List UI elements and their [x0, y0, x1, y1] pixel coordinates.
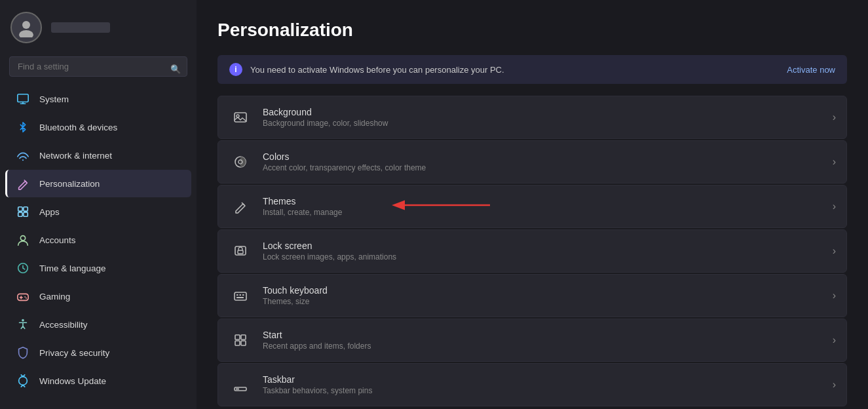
username-bar: [51, 22, 110, 33]
sidebar-item-time[interactable]: Time & language: [5, 254, 191, 282]
settings-taskbar-subtitle: Taskbar behaviors, system pins: [263, 386, 372, 395]
nav-list: SystemBluetooth & devicesNetwork & inter…: [0, 85, 197, 395]
personalization-icon: [16, 176, 30, 191]
settings-touchkeyboard-title: Touch keyboard: [263, 285, 328, 296]
sidebar-item-apps[interactable]: Apps: [5, 198, 191, 225]
settings-item-colors[interactable]: ColorsAccent color, transparency effects…: [217, 140, 847, 184]
sidebar-item-privacy[interactable]: Privacy & security: [5, 339, 191, 366]
svg-point-3: [22, 159, 24, 161]
settings-start-subtitle: Recent apps and items, folders: [263, 341, 371, 351]
svg-rect-7: [24, 212, 28, 216]
profile-section[interactable]: [0, 0, 197, 52]
start-icon: [229, 328, 252, 352]
settings-colors-subtitle: Accent color, transparency effects, colo…: [263, 163, 426, 172]
accounts-icon: [16, 233, 30, 247]
sidebar-item-label-time: Time & language: [39, 263, 106, 273]
svg-rect-14: [235, 113, 246, 122]
taskbar-icon: [229, 373, 252, 397]
privacy-icon: [16, 345, 30, 360]
svg-rect-20: [235, 292, 246, 300]
settings-lockscreen-subtitle: Lock screen images, apps, animations: [263, 252, 396, 262]
sidebar-item-update[interactable]: Windows Update: [5, 367, 191, 395]
sidebar-item-label-bluetooth: Bluetooth & devices: [39, 123, 117, 132]
sidebar-item-gaming[interactable]: Gaming: [5, 282, 191, 310]
svg-rect-4: [18, 207, 22, 211]
accessibility-icon: [16, 317, 30, 332]
svg-point-0: [22, 21, 30, 29]
info-icon: i: [229, 63, 242, 76]
svg-rect-21: [236, 294, 238, 296]
svg-rect-30: [236, 389, 239, 390]
activation-banner: i You need to activate Windows before yo…: [217, 55, 847, 84]
svg-point-1: [19, 30, 33, 37]
activate-now-link[interactable]: Activate now: [787, 65, 835, 75]
search-input[interactable]: [9, 56, 187, 77]
svg-rect-5: [24, 207, 28, 211]
svg-rect-10: [18, 294, 28, 300]
settings-themes-title: Themes: [263, 196, 342, 206]
sidebar-item-label-personalization: Personalization: [39, 179, 100, 189]
lockscreen-icon: [229, 239, 252, 263]
touchkeyboard-icon: [229, 284, 252, 307]
svg-rect-28: [241, 341, 246, 345]
search-container: 🔍: [0, 52, 197, 85]
sidebar-item-accounts[interactable]: Accounts: [5, 226, 191, 254]
taskbar-chevron-icon: ›: [833, 379, 836, 391]
sidebar-item-bluetooth[interactable]: Bluetooth & devices: [5, 113, 191, 141]
time-icon: [16, 261, 30, 275]
settings-list: BackgroundBackground image, color, slide…: [217, 96, 847, 406]
svg-rect-24: [236, 297, 244, 298]
page-title: Personalization: [217, 20, 847, 41]
system-icon: [16, 92, 30, 106]
main-content: Personalization i You need to activate W…: [197, 0, 868, 409]
start-chevron-icon: ›: [833, 334, 836, 346]
sidebar-item-label-system: System: [39, 94, 69, 104]
settings-item-lockscreen[interactable]: Lock screenLock screen images, apps, ani…: [217, 229, 847, 273]
sidebar-item-label-accounts: Accounts: [39, 235, 76, 245]
sidebar-item-label-gaming: Gaming: [39, 292, 70, 302]
background-chevron-icon: ›: [833, 111, 836, 123]
svg-rect-23: [242, 294, 244, 296]
svg-point-11: [24, 296, 26, 298]
network-icon: [16, 148, 30, 163]
colors-chevron-icon: ›: [833, 156, 836, 168]
sidebar-item-label-update: Windows Update: [39, 376, 106, 386]
sidebar: 🔍 SystemBluetooth & devicesNetwork & int…: [0, 0, 197, 409]
svg-point-13: [22, 319, 24, 322]
settings-lockscreen-title: Lock screen: [263, 241, 396, 251]
sidebar-item-label-apps: Apps: [39, 207, 60, 217]
settings-item-touchkeyboard[interactable]: Touch keyboardThemes, size›: [217, 274, 847, 317]
svg-rect-19: [238, 250, 243, 254]
themes-icon: [229, 195, 252, 218]
update-icon: [16, 374, 30, 388]
svg-rect-2: [18, 94, 28, 102]
settings-background-title: Background: [263, 107, 388, 117]
sidebar-item-accessibility[interactable]: Accessibility: [5, 311, 191, 338]
settings-item-taskbar[interactable]: TaskbarTaskbar behaviors, system pins›: [217, 363, 847, 406]
sidebar-item-system[interactable]: System: [5, 85, 191, 113]
bluetooth-icon: [16, 120, 30, 134]
colors-icon: [229, 150, 252, 174]
settings-start-title: Start: [263, 330, 371, 340]
sidebar-item-label-privacy: Privacy & security: [39, 348, 109, 358]
settings-item-start[interactable]: StartRecent apps and items, folders›: [217, 319, 847, 362]
sidebar-item-label-accessibility: Accessibility: [39, 320, 88, 330]
svg-point-12: [26, 298, 27, 299]
sidebar-item-label-network: Network & internet: [39, 151, 112, 161]
touchkeyboard-chevron-icon: ›: [833, 290, 836, 302]
lockscreen-chevron-icon: ›: [833, 245, 836, 257]
svg-rect-27: [235, 341, 240, 345]
settings-touchkeyboard-subtitle: Themes, size: [263, 297, 328, 306]
settings-taskbar-title: Taskbar: [263, 374, 372, 385]
avatar: [10, 12, 42, 43]
activation-message: You need to activate Windows before you …: [250, 65, 504, 75]
sidebar-item-network[interactable]: Network & internet: [5, 142, 191, 169]
apps-icon: [16, 204, 30, 219]
sidebar-item-personalization[interactable]: Personalization: [5, 170, 191, 197]
svg-rect-22: [240, 294, 242, 296]
settings-item-themes[interactable]: ThemesInstall, create, manage ›: [217, 185, 847, 228]
settings-item-background[interactable]: BackgroundBackground image, color, slide…: [217, 96, 847, 139]
settings-background-subtitle: Background image, color, slideshow: [263, 119, 388, 128]
settings-colors-title: Colors: [263, 151, 426, 162]
svg-rect-25: [235, 335, 240, 340]
